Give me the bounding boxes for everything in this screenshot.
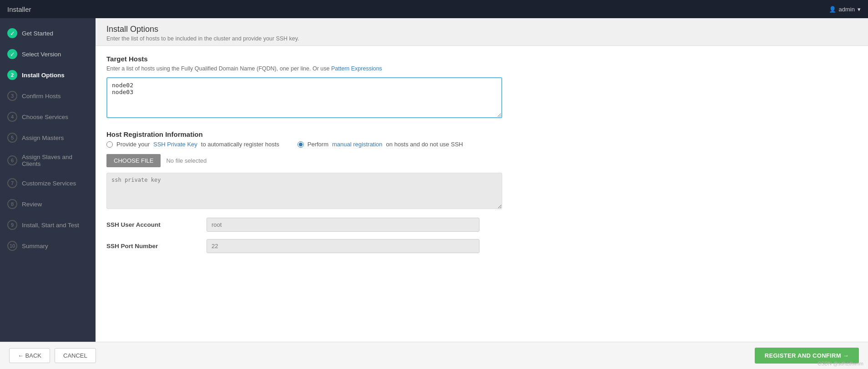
no-file-label: No file selected	[166, 157, 207, 164]
choose-file-button[interactable]: CHOOSE FILE	[106, 154, 161, 167]
step-circle-3: 2	[7, 70, 17, 80]
user-label: admin	[839, 6, 855, 13]
sidebar-item-assign-slaves[interactable]: 6 Assign Slaves and Clients	[0, 148, 96, 173]
main-layout: ✓ Get Started ✓ Select Version 2 Install…	[0, 18, 868, 342]
sidebar-item-choose-services[interactable]: 4 Choose Services	[0, 106, 96, 127]
sidebar-item-install-start-test[interactable]: 9 Install, Start and Test	[0, 214, 96, 235]
target-hosts-title: Target Hosts	[106, 55, 857, 63]
target-hosts-section: Target Hosts Enter a list of hosts using…	[106, 55, 857, 120]
sidebar-label-choose-services: Choose Services	[22, 114, 68, 120]
radio-ssh-option[interactable]: Provide your SSH Private Key to automati…	[106, 141, 279, 148]
sidebar-label-assign-masters: Assign Masters	[22, 135, 64, 141]
page-title: Install Options	[106, 25, 857, 34]
sidebar-item-install-options[interactable]: 2 Install Options	[0, 65, 96, 85]
ssh-key-textarea[interactable]	[106, 173, 502, 209]
sidebar-label-review: Review	[22, 201, 42, 208]
app-title: Installer	[7, 5, 31, 13]
content-area: Install Options Enter the list of hosts …	[96, 18, 868, 342]
sidebar-label-assign-slaves: Assign Slaves and Clients	[22, 154, 88, 167]
radio-manual-option[interactable]: Perform manual registration on hosts and…	[298, 141, 463, 148]
ssh-user-row: SSH User Account	[106, 218, 857, 232]
ssh-private-key-link[interactable]: SSH Private Key	[153, 141, 197, 148]
hosts-textarea[interactable]: node02 node03	[106, 77, 502, 118]
page-header: Install Options Enter the list of hosts …	[96, 18, 868, 46]
sidebar-item-review[interactable]: 8 Review	[0, 194, 96, 214]
chevron-down-icon: ▾	[858, 6, 861, 13]
target-hosts-desc-text: Enter a list of hosts using the Fully Qu…	[106, 65, 329, 72]
step-circle-2: ✓	[7, 49, 17, 59]
ssh-user-label: SSH User Account	[106, 221, 197, 228]
radio-row: Provide your SSH Private Key to automati…	[106, 141, 857, 148]
sidebar-label-select-version: Select Version	[22, 51, 61, 58]
sidebar-label-customize-services: Customize Services	[22, 180, 76, 187]
radio-manual-prefix: Perform	[308, 141, 328, 148]
step-circle-10: 9	[7, 220, 17, 230]
sidebar-item-customize-services[interactable]: 7 Customize Services	[0, 173, 96, 194]
sidebar-label-get-started: Get Started	[22, 30, 53, 37]
radio-ssh-input[interactable]	[106, 141, 113, 148]
sidebar-item-select-version[interactable]: ✓ Select Version	[0, 44, 96, 65]
ssh-user-input[interactable]	[207, 218, 479, 232]
footer-left: ← BACK CANCEL	[9, 348, 96, 363]
user-icon: 👤	[829, 6, 836, 13]
watermark: CSDN @sdhzdtwnm	[818, 361, 863, 366]
sidebar-label-confirm-hosts: Confirm Hosts	[22, 93, 61, 100]
topbar: Installer 👤 admin ▾	[0, 0, 868, 18]
host-registration-section: Host Registration Information Provide yo…	[106, 130, 857, 210]
radio-manual-suffix: on hosts and do not use SSH	[386, 141, 463, 148]
sidebar-item-confirm-hosts[interactable]: 3 Confirm Hosts	[0, 85, 96, 106]
ssh-port-input[interactable]	[207, 239, 479, 253]
step-circle-6: 5	[7, 133, 17, 143]
sidebar-item-assign-masters[interactable]: 5 Assign Masters	[0, 127, 96, 148]
pattern-expressions-link[interactable]: Pattern Expressions	[331, 65, 382, 72]
step-circle-8: 7	[7, 178, 17, 188]
step-circle-1: ✓	[7, 28, 17, 38]
sidebar: ✓ Get Started ✓ Select Version 2 Install…	[0, 18, 96, 342]
user-menu[interactable]: 👤 admin ▾	[829, 6, 861, 13]
step-circle-5: 4	[7, 112, 17, 122]
page-body: Target Hosts Enter a list of hosts using…	[96, 46, 868, 342]
sidebar-item-get-started[interactable]: ✓ Get Started	[0, 23, 96, 44]
file-row: CHOOSE FILE No file selected	[106, 154, 857, 167]
sidebar-item-summary[interactable]: 10 Summary	[0, 235, 96, 256]
radio-ssh-suffix: to automatically register hosts	[201, 141, 279, 148]
footer: ← BACK CANCEL REGISTER AND CONFIRM →	[0, 342, 868, 369]
target-hosts-desc: Enter a list of hosts using the Fully Qu…	[106, 65, 857, 72]
ssh-port-row: SSH Port Number	[106, 239, 857, 253]
cancel-button[interactable]: CANCEL	[55, 348, 96, 363]
step-circle-11: 10	[7, 241, 17, 251]
sidebar-label-install-options: Install Options	[22, 72, 65, 79]
sidebar-label-summary: Summary	[22, 243, 48, 249]
step-circle-7: 6	[7, 155, 17, 165]
ssh-port-label: SSH Port Number	[106, 243, 197, 249]
sidebar-label-install-start-test: Install, Start and Test	[22, 222, 79, 229]
host-registration-title: Host Registration Information	[106, 130, 857, 138]
step-circle-4: 3	[7, 91, 17, 101]
step-circle-9: 8	[7, 199, 17, 209]
back-button[interactable]: ← BACK	[9, 348, 50, 363]
manual-registration-link[interactable]: manual registration	[332, 141, 383, 148]
radio-manual-input[interactable]	[298, 141, 304, 148]
radio-ssh-prefix: Provide your	[116, 141, 150, 148]
page-subtitle: Enter the list of hosts to be included i…	[106, 35, 857, 42]
